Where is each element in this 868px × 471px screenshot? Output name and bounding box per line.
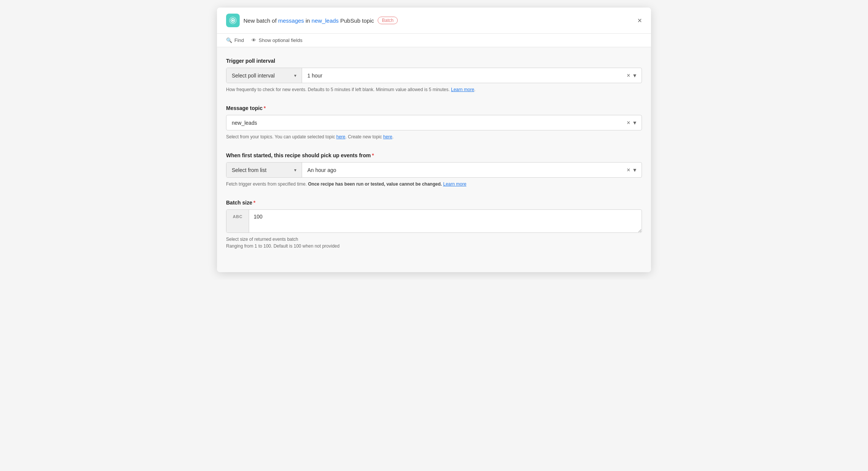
- events-from-field-row: Select from list ▾ An hour ago × ▾: [226, 162, 642, 178]
- close-button[interactable]: ×: [637, 17, 642, 24]
- eye-icon: 👁: [251, 37, 256, 43]
- header-messages-link[interactable]: messages: [278, 17, 304, 24]
- events-from-help: Fetch trigger events from specified time…: [226, 181, 642, 187]
- message-topic-actions: × ▾: [627, 119, 636, 126]
- events-from-clear-icon[interactable]: ×: [627, 167, 630, 174]
- events-from-actions: × ▾: [627, 166, 636, 174]
- message-topic-here1-link[interactable]: here: [336, 134, 346, 139]
- events-from-required: *: [372, 152, 374, 158]
- modal-header: New batch of messages in new_leads PubSu…: [217, 8, 651, 34]
- show-optional-button[interactable]: 👁 Show optional fields: [251, 37, 302, 43]
- trigger-icon: [226, 14, 240, 27]
- poll-interval-dropdown-icon[interactable]: ▾: [633, 72, 636, 79]
- events-from-label: When first started, this recipe should p…: [226, 152, 642, 158]
- message-topic-here2-link[interactable]: here: [383, 134, 392, 139]
- message-topic-required: *: [264, 105, 265, 111]
- message-topic-help: Select from your topics. You can update …: [226, 133, 642, 140]
- poll-interval-section: Trigger poll interval Select poll interv…: [226, 58, 642, 93]
- message-topic-dropdown-icon[interactable]: ▾: [633, 119, 636, 126]
- message-topic-section: Message topic* new_leads × ▾ Select from…: [226, 105, 642, 140]
- toolbar: 🔍 Find 👁 Show optional fields: [217, 34, 651, 47]
- modal-container: New batch of messages in new_leads PubSu…: [217, 8, 651, 272]
- events-from-dropdown-icon[interactable]: ▾: [633, 166, 636, 174]
- poll-interval-clear-icon[interactable]: ×: [627, 72, 630, 79]
- abc-label: ABC: [226, 210, 249, 232]
- poll-interval-value-area: 1 hour × ▾: [302, 68, 642, 83]
- batch-size-help: Select size of returned events batch Ran…: [226, 236, 642, 249]
- events-from-select-btn[interactable]: Select from list ▾: [226, 163, 302, 177]
- batch-badge: Batch: [378, 17, 398, 24]
- events-from-chevron-icon: ▾: [294, 167, 296, 173]
- poll-interval-field-row: Select poll interval ▾ 1 hour × ▾: [226, 68, 642, 83]
- poll-interval-chevron-icon: ▾: [294, 73, 296, 78]
- poll-interval-select-btn[interactable]: Select poll interval ▾: [226, 68, 302, 83]
- svg-point-2: [232, 20, 234, 22]
- batch-size-required: *: [253, 200, 255, 206]
- batch-size-field-row: ABC 100: [226, 209, 642, 233]
- batch-size-input[interactable]: 100: [249, 210, 642, 232]
- find-icon: 🔍: [226, 37, 232, 43]
- message-topic-clear-icon[interactable]: ×: [627, 119, 630, 126]
- poll-interval-help: How frequently to check for new events. …: [226, 86, 642, 93]
- header-topic-link[interactable]: new_leads: [312, 17, 339, 24]
- message-topic-field-row: new_leads × ▾: [226, 115, 642, 130]
- events-from-value-area: An hour ago × ▾: [302, 163, 642, 177]
- message-topic-value-area: new_leads × ▾: [226, 115, 642, 130]
- events-from-learn-more-link[interactable]: Learn more: [443, 181, 466, 187]
- batch-size-section: Batch size* ABC 100 Select size of retur…: [226, 200, 642, 249]
- message-topic-label: Message topic*: [226, 105, 642, 111]
- header-left: New batch of messages in new_leads PubSu…: [226, 14, 398, 27]
- poll-interval-label: Trigger poll interval: [226, 58, 642, 64]
- header-title: New batch of messages in new_leads PubSu…: [243, 17, 374, 24]
- batch-size-label: Batch size*: [226, 200, 642, 206]
- events-from-section: When first started, this recipe should p…: [226, 152, 642, 187]
- poll-interval-learn-more-link[interactable]: Learn more: [451, 87, 474, 92]
- modal-body: Trigger poll interval Select poll interv…: [217, 47, 651, 272]
- find-button[interactable]: 🔍 Find: [226, 37, 244, 43]
- poll-interval-actions: × ▾: [627, 72, 636, 79]
